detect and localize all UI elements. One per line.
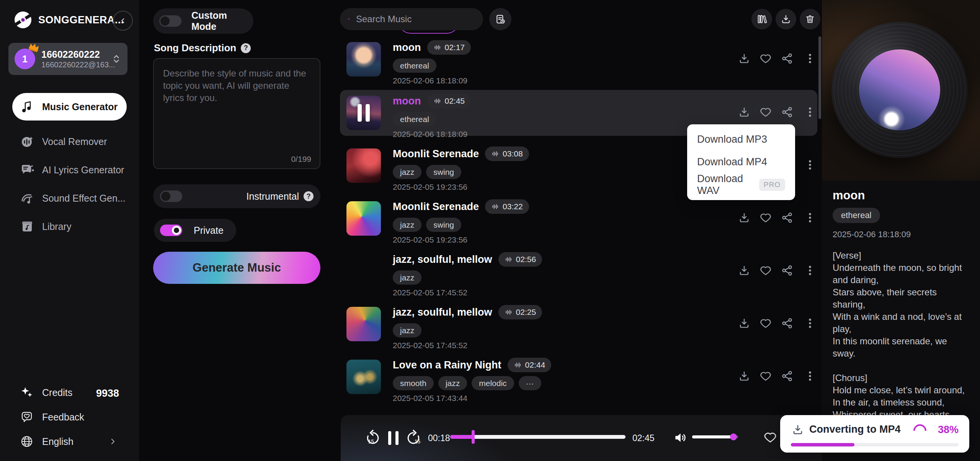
tag-chip[interactable]: smooth	[393, 376, 434, 390]
feedback-row[interactable]: Feedback	[20, 410, 84, 424]
download-icon[interactable]	[738, 212, 750, 224]
song-row[interactable]: moon 02:17 ethereal 2025-02-06 18:18:09	[340, 36, 817, 84]
song-title[interactable]: jazz, soulful, mellow	[393, 254, 492, 266]
forward-15-icon[interactable]: 15	[405, 430, 422, 446]
expand-icon[interactable]	[111, 53, 121, 65]
share-icon[interactable]	[781, 106, 793, 118]
download-icon[interactable]	[738, 106, 750, 118]
tag-chip[interactable]: melodic	[472, 376, 514, 390]
volume-icon[interactable]	[673, 430, 688, 445]
song-title[interactable]: moon	[393, 42, 421, 54]
tag-chip[interactable]: jazz	[438, 376, 467, 390]
share-icon[interactable]	[781, 317, 793, 329]
now-playing-tag[interactable]: ethereal	[833, 208, 880, 223]
song-thumbnail[interactable]	[346, 42, 381, 77]
sidebar-item-ai-lyrics-generator[interactable]: AI Lyrics Generator	[12, 160, 127, 179]
language-row[interactable]: English	[20, 435, 74, 448]
share-icon[interactable]	[781, 52, 793, 65]
volume-handle[interactable]	[730, 433, 737, 440]
volume-slider[interactable]	[692, 435, 738, 438]
song-row[interactable]: Love on a Rainy Night 02:44 smooth jazz …	[340, 354, 817, 401]
more-options-icon[interactable]	[804, 212, 816, 224]
song-description-input[interactable]	[154, 59, 320, 147]
sidebar-item-vocal-remover[interactable]: Vocal Remover	[12, 132, 127, 151]
batch-library-button[interactable]	[751, 9, 772, 29]
tag-chip[interactable]: jazz	[393, 165, 421, 179]
private-label: Private	[194, 225, 224, 236]
menu-item-download-mp3[interactable]: Download MP3	[687, 128, 795, 151]
search-input[interactable]	[355, 13, 475, 25]
heart-icon[interactable]	[760, 106, 772, 118]
share-icon[interactable]	[781, 212, 793, 224]
instrumental-toggle[interactable]	[160, 191, 182, 202]
pause-button[interactable]	[388, 431, 399, 445]
seek-handle[interactable]	[472, 430, 475, 444]
batch-delete-button[interactable]	[800, 9, 820, 29]
more-options-icon[interactable]	[804, 317, 816, 329]
song-title[interactable]: jazz, soulful, mellow	[393, 306, 492, 318]
song-thumbnail[interactable]	[346, 307, 381, 341]
song-row[interactable]: jazz, soulful, mellow 02:56 jazz 2025-02…	[340, 248, 817, 296]
tag-chip[interactable]: jazz	[393, 218, 421, 232]
batch-download-button[interactable]	[776, 9, 796, 29]
song-thumbnail[interactable]	[346, 360, 381, 394]
heart-icon[interactable]	[760, 212, 772, 224]
vinyl-disc[interactable]	[831, 22, 968, 158]
more-options-icon[interactable]	[804, 159, 816, 171]
list-scrollbar[interactable]	[818, 36, 821, 119]
help-icon[interactable]: ?	[304, 191, 314, 201]
conversion-toast: Converting to MP4 38%	[780, 415, 969, 453]
user-email: 16602260222@163...	[41, 60, 111, 69]
tag-chip[interactable]: jazz	[393, 270, 421, 285]
song-thumbnail[interactable]	[346, 254, 381, 288]
share-icon[interactable]	[781, 264, 793, 277]
song-row[interactable]: Moonlit Serenade 03:22 jazz swing 2025-0…	[340, 195, 817, 243]
song-thumbnail[interactable]	[346, 96, 381, 130]
download-icon[interactable]	[738, 317, 750, 329]
menu-item-download-mp4[interactable]: Download MP4	[687, 151, 795, 173]
more-options-icon[interactable]	[804, 264, 816, 277]
more-options-icon[interactable]	[804, 52, 816, 65]
song-title[interactable]: Love on a Rainy Night	[393, 359, 501, 371]
sidebar-item-music-generator[interactable]: Music Generator	[12, 93, 127, 121]
heart-icon[interactable]	[760, 317, 772, 329]
song-thumbnail[interactable]	[346, 148, 381, 183]
custom-mode-toggle[interactable]	[159, 15, 181, 27]
song-title[interactable]: moon	[393, 95, 421, 107]
sidebar-collapse-button[interactable]	[113, 11, 133, 31]
tag-chip[interactable]: ethereal	[393, 59, 436, 73]
heart-icon[interactable]	[763, 430, 777, 444]
help-icon[interactable]: ?	[241, 43, 251, 53]
heart-icon[interactable]	[760, 264, 772, 277]
share-icon[interactable]	[781, 370, 793, 382]
tag-chip[interactable]: jazz	[393, 323, 421, 337]
tag-chip[interactable]: ethereal	[393, 112, 436, 126]
song-thumbnail[interactable]	[346, 201, 381, 236]
generate-music-button[interactable]: Generate Music	[153, 252, 320, 284]
tag-chip[interactable]: swing	[426, 165, 461, 179]
download-icon[interactable]	[738, 370, 750, 382]
sidebar-item-sound-effect-generator[interactable]: Sound Effect Gen...	[12, 189, 127, 208]
heart-icon[interactable]	[760, 370, 772, 382]
tag-overflow-chip[interactable]: ···	[519, 376, 541, 390]
sidebar-item-label: Sound Effect Gen...	[42, 193, 126, 204]
tag-chip[interactable]: swing	[426, 218, 461, 232]
pause-overlay-icon[interactable]	[346, 96, 381, 130]
song-title[interactable]: Moonlit Serenade	[393, 201, 479, 213]
more-options-icon[interactable]	[804, 106, 816, 118]
seek-bar[interactable]	[450, 435, 626, 439]
user-account-card[interactable]: 1 16602260222 16602260222@163...	[8, 43, 127, 75]
rewind-15-icon[interactable]: 15	[364, 430, 381, 446]
song-title[interactable]: Moonlit Serenade	[393, 148, 479, 160]
download-icon[interactable]	[738, 264, 750, 277]
sidebar-item-library[interactable]: Library	[12, 217, 127, 236]
duration-badge: 02:25	[498, 305, 542, 319]
more-options-icon[interactable]	[804, 370, 816, 382]
song-row[interactable]: jazz, soulful, mellow 02:25 jazz 2025-02…	[340, 301, 817, 349]
download-icon[interactable]	[738, 52, 750, 65]
credits-row[interactable]: Credits	[20, 386, 72, 399]
heart-icon[interactable]	[760, 52, 772, 65]
generation-history-button[interactable]	[489, 8, 511, 30]
private-toggle[interactable]	[160, 225, 182, 236]
menu-item-download-wav[interactable]: Download WAV PRO	[687, 173, 795, 196]
